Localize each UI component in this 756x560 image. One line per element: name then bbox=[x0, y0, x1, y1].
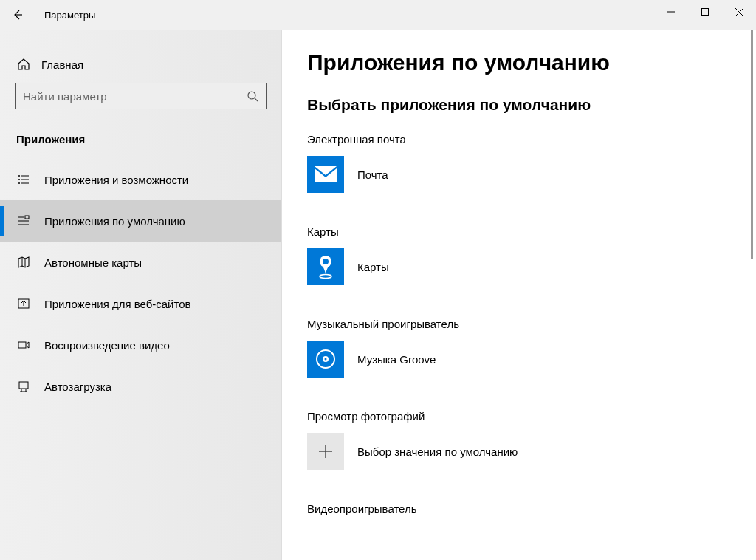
default-section-video: Видеопроигрыватель bbox=[307, 502, 731, 515]
default-category-label: Видеопроигрыватель bbox=[307, 502, 731, 515]
map-icon bbox=[16, 256, 31, 269]
maps-icon bbox=[307, 248, 344, 285]
sidebar-section-title: Приложения bbox=[0, 127, 281, 159]
svg-rect-21 bbox=[18, 342, 26, 348]
default-app-tile-music[interactable]: Музыка Groove bbox=[307, 341, 731, 378]
default-section-email: Электронная почта Почта bbox=[307, 133, 731, 193]
svg-rect-26 bbox=[315, 166, 337, 182]
plus-icon bbox=[307, 433, 344, 470]
sidebar-item-label: Приложения и возможности bbox=[44, 174, 188, 186]
sidebar-item-offline-maps[interactable]: Автономные карты bbox=[0, 242, 281, 283]
default-app-tile-maps[interactable]: Карты bbox=[307, 248, 731, 285]
sidebar-item-label: Приложения для веб-сайтов bbox=[44, 298, 191, 310]
svg-point-5 bbox=[248, 92, 255, 99]
startup-icon bbox=[16, 380, 31, 393]
svg-point-11 bbox=[18, 182, 20, 184]
default-app-label: Музыка Groove bbox=[357, 353, 436, 366]
window-controls bbox=[654, 0, 756, 24]
list-icon bbox=[16, 173, 31, 186]
maximize-icon bbox=[701, 8, 709, 16]
search-input[interactable] bbox=[23, 90, 247, 103]
svg-rect-22 bbox=[19, 382, 28, 389]
default-app-label: Почта bbox=[357, 168, 388, 181]
svg-rect-14 bbox=[25, 216, 29, 219]
window-title: Параметры bbox=[44, 10, 95, 21]
default-app-tile-email[interactable]: Почта bbox=[307, 156, 731, 193]
sidebar-home-label: Главная bbox=[41, 58, 83, 71]
vertical-scrollbar[interactable] bbox=[744, 30, 755, 559]
default-app-tile-photos[interactable]: Выбор значения по умолчанию bbox=[307, 433, 731, 470]
default-section-photos: Просмотр фотографий Выбор значения по ум… bbox=[307, 410, 731, 470]
sidebar-item-label: Автозагрузка bbox=[44, 380, 111, 393]
sidebar-item-default-apps[interactable]: Приложения по умолчанию bbox=[0, 200, 281, 242]
search-icon bbox=[247, 90, 258, 102]
back-button[interactable] bbox=[0, 0, 35, 30]
sidebar: Главная Приложения Приложен bbox=[0, 30, 282, 560]
maximize-button[interactable] bbox=[688, 0, 722, 24]
sidebar-item-label: Автономные карты bbox=[44, 256, 142, 269]
main-content: Приложения по умолчанию Выбрать приложен… bbox=[282, 30, 756, 560]
home-icon bbox=[16, 58, 31, 71]
default-category-label: Электронная почта bbox=[307, 133, 731, 146]
default-app-label: Карты bbox=[357, 261, 389, 273]
mail-icon bbox=[307, 156, 344, 193]
section-subtitle: Выбрать приложения по умолчанию bbox=[307, 96, 731, 114]
svg-point-32 bbox=[325, 358, 327, 361]
default-section-maps: Карты Карты bbox=[307, 225, 731, 285]
svg-point-28 bbox=[323, 259, 329, 264]
sidebar-item-startup[interactable]: Автозагрузка bbox=[0, 366, 281, 407]
sidebar-item-label: Воспроизведение видео bbox=[44, 339, 170, 352]
close-button[interactable] bbox=[722, 0, 756, 24]
sidebar-item-apps-features[interactable]: Приложения и возможности bbox=[0, 159, 281, 200]
default-app-label: Выбор значения по умолчанию bbox=[357, 445, 518, 458]
close-icon bbox=[735, 8, 743, 16]
nav-list: Приложения и возможности Приложения по у… bbox=[0, 159, 281, 407]
svg-point-29 bbox=[320, 275, 331, 279]
svg-line-6 bbox=[255, 98, 258, 101]
scrollbar-track[interactable] bbox=[744, 30, 755, 559]
website-icon bbox=[16, 297, 31, 310]
titlebar: Параметры bbox=[0, 0, 756, 30]
svg-point-7 bbox=[18, 175, 20, 177]
minimize-icon bbox=[667, 8, 675, 16]
page-title: Приложения по умолчанию bbox=[307, 50, 731, 75]
scrollbar-thumb[interactable] bbox=[751, 30, 753, 259]
minimize-button[interactable] bbox=[654, 0, 688, 24]
groove-icon bbox=[307, 341, 344, 378]
svg-rect-2 bbox=[702, 9, 709, 16]
default-category-label: Музыкальный проигрыватель bbox=[307, 318, 731, 330]
svg-point-9 bbox=[18, 179, 20, 180]
default-section-music: Музыкальный проигрыватель Музыка Groove bbox=[307, 318, 731, 378]
video-icon bbox=[16, 338, 31, 352]
sidebar-item-video-playback[interactable]: Воспроизведение видео bbox=[0, 324, 281, 366]
default-category-label: Карты bbox=[307, 225, 731, 238]
sidebar-item-label: Приложения по умолчанию bbox=[44, 215, 185, 228]
arrow-left-icon bbox=[12, 9, 24, 21]
defaults-icon bbox=[16, 214, 31, 228]
default-category-label: Просмотр фотографий bbox=[307, 410, 731, 423]
search-box[interactable] bbox=[15, 83, 267, 109]
sidebar-home[interactable]: Главная bbox=[0, 50, 281, 83]
sidebar-item-apps-websites[interactable]: Приложения для веб-сайтов bbox=[0, 283, 281, 324]
